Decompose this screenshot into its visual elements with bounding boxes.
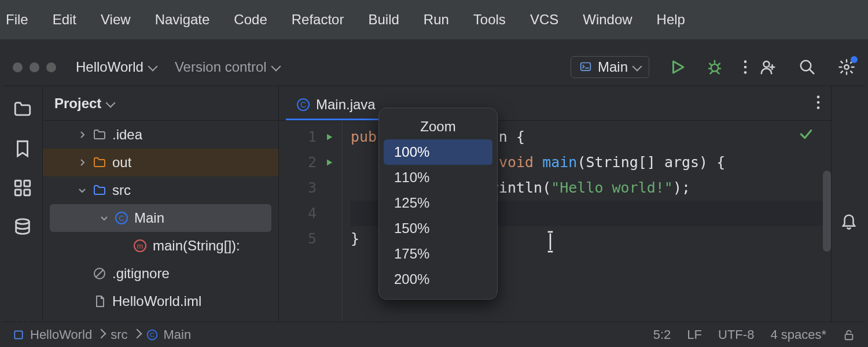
gutter-line[interactable]: 2 (279, 150, 342, 175)
menu-vcs[interactable]: VCS (530, 12, 558, 28)
svg-point-5 (764, 61, 770, 67)
window-close-button[interactable] (13, 62, 23, 72)
notifications-icon[interactable] (840, 97, 858, 345)
project-tool-icon[interactable] (12, 99, 33, 120)
gutter-line[interactable]: 5 (279, 226, 342, 252)
structure-tool-icon[interactable] (12, 178, 33, 198)
chevron-down-icon[interactable] (78, 186, 87, 195)
menu-tools[interactable]: Tools (473, 12, 506, 28)
svg-rect-26 (14, 331, 22, 338)
status-encoding[interactable]: UTF-8 (718, 327, 754, 342)
class-icon: C (296, 98, 310, 112)
svg-rect-29 (845, 334, 853, 339)
tree-item-main-string-[interactable]: mmain(String[]): (43, 232, 278, 260)
menu-build[interactable]: Build (368, 12, 399, 28)
svg-rect-11 (24, 190, 30, 195)
zoom-popup-title: Zoom (384, 113, 492, 139)
status-line-sep[interactable]: LF (687, 327, 702, 342)
line-number: 2 (308, 150, 317, 175)
search-icon[interactable] (799, 58, 816, 76)
tree-item-label: .idea (112, 127, 142, 143)
window-minimize-button[interactable] (30, 62, 39, 72)
tree-item-label: main(String[]): (153, 238, 240, 254)
menu-navigate[interactable]: Navigate (155, 12, 210, 28)
tree-item--gitignore[interactable]: .gitignore (43, 260, 278, 287)
debug-button[interactable] (706, 58, 723, 76)
bookmarks-tool-icon[interactable] (12, 138, 33, 159)
module-icon (13, 329, 24, 341)
chevron-down-icon (149, 59, 156, 75)
vcs-selector[interactable]: Version control (175, 59, 279, 75)
svg-text:C: C (300, 100, 306, 109)
tab-main-java[interactable]: C Main.java (286, 91, 386, 120)
no-problems-icon[interactable] (799, 127, 814, 142)
gutter-line[interactable]: 4 (279, 201, 342, 226)
svg-point-23 (817, 95, 820, 98)
status-indent[interactable]: 4 spaces* (770, 327, 826, 342)
menu-code[interactable]: Code (234, 12, 267, 28)
folder-orange-icon (93, 156, 106, 169)
svg-point-25 (817, 106, 820, 109)
menu-refactor[interactable]: Refactor (292, 12, 344, 28)
svg-text:C: C (150, 331, 155, 338)
tab-label: Main.java (316, 97, 376, 113)
window-maximize-button[interactable] (46, 62, 56, 72)
tree-item-src[interactable]: src (43, 176, 278, 204)
svg-point-4 (744, 71, 747, 74)
gutter-line[interactable]: 3 (279, 175, 342, 201)
zoom-option-125pct[interactable]: 125% (384, 190, 492, 216)
menu-edit[interactable]: Edit (53, 12, 76, 28)
gutter-line[interactable]: 1 (279, 124, 342, 150)
run-button[interactable] (669, 58, 686, 76)
folder-blue-icon (93, 183, 106, 197)
status-caret[interactable]: 5:2 (653, 327, 671, 342)
zoom-option-150pct[interactable]: 150% (384, 216, 492, 241)
zoom-option-175pct[interactable]: 175% (384, 241, 492, 267)
tree-item-helloworld-iml[interactable]: HelloWorld.iml (43, 287, 278, 315)
project-tree: .ideaoutsrcCMainmmain(String[]):.gitigno… (43, 121, 278, 345)
run-config-name: Main (598, 59, 628, 75)
database-tool-icon[interactable] (12, 217, 33, 238)
editor-body[interactable]: 12345 pub n { c void main(String[] args)… (279, 121, 831, 345)
svg-point-2 (744, 60, 747, 63)
zoom-option-200pct[interactable]: 200% (384, 267, 492, 292)
svg-rect-8 (15, 180, 21, 186)
tree-item-label: HelloWorld.iml (112, 293, 201, 309)
zoom-popup: Zoom 100%110%125%150%175%200% (378, 108, 498, 300)
method-icon: m (133, 239, 147, 253)
gutter-run-icon[interactable] (325, 158, 334, 167)
chevron-right-icon[interactable] (78, 130, 87, 139)
zoom-option-110pct[interactable]: 110% (384, 165, 492, 190)
gutter-run-icon[interactable] (325, 132, 334, 142)
more-actions-button[interactable] (743, 59, 748, 75)
tree-item-out[interactable]: out (43, 149, 278, 176)
project-panel-header[interactable]: Project (43, 86, 278, 121)
lock-icon[interactable] (843, 328, 855, 341)
code-with-me-icon[interactable] (759, 58, 777, 76)
chevron-right-icon (98, 327, 105, 342)
tab-more-icon[interactable] (816, 94, 821, 110)
svg-text:C: C (119, 214, 124, 223)
breadcrumb[interactable]: HelloWorld src C Main (13, 327, 191, 342)
tree-item-label: Main (134, 210, 164, 226)
menu-bar: File Edit View Navigate Code Refactor Bu… (0, 0, 868, 39)
chevron-right-icon (134, 327, 141, 342)
menu-view[interactable]: View (101, 12, 131, 28)
menu-run[interactable]: Run (424, 12, 449, 28)
menu-file[interactable]: File (6, 12, 28, 28)
svg-point-3 (744, 66, 747, 69)
project-selector[interactable]: HelloWorld (76, 59, 156, 75)
breadcrumb-file: Main (164, 327, 192, 342)
settings-icon[interactable] (838, 58, 855, 76)
chevron-down-icon (273, 59, 279, 75)
tree-item-main[interactable]: CMain (50, 204, 271, 232)
editor-scrollbar[interactable] (823, 171, 831, 252)
menu-help[interactable]: Help (657, 12, 685, 28)
zoom-option-100pct[interactable]: 100% (384, 139, 492, 165)
chevron-right-icon[interactable] (78, 158, 87, 167)
svg-text:m: m (137, 242, 144, 250)
run-config-selector[interactable]: Main (571, 56, 649, 78)
chevron-down-icon[interactable] (100, 213, 109, 223)
tree-item--idea[interactable]: .idea (43, 121, 278, 149)
menu-window[interactable]: Window (583, 12, 632, 28)
